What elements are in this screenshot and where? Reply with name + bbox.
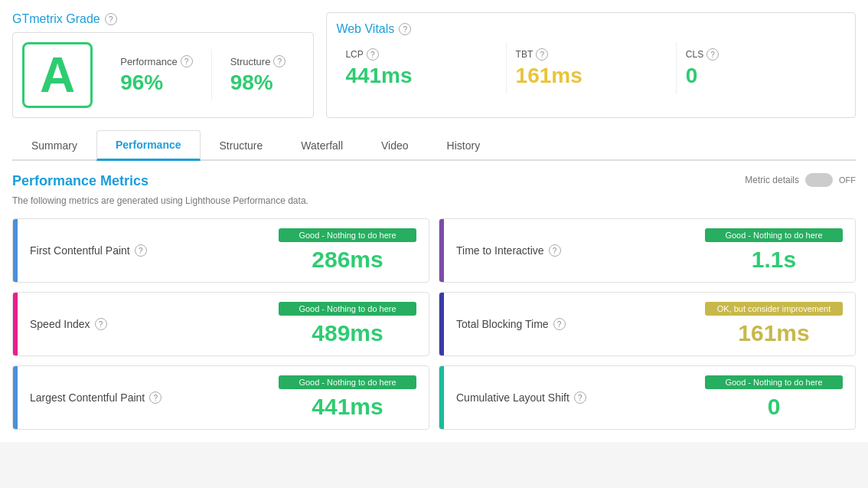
tbt-value: 161ms	[738, 320, 809, 346]
cls-help-icon[interactable]: ?	[706, 48, 719, 61]
si-help-icon[interactable]: ?	[95, 318, 107, 330]
vital-lcp-label: LCP ?	[345, 48, 496, 61]
tab-summary[interactable]: Summary	[12, 130, 96, 159]
top-section: GTmetrix Grade ? A Performance ? 96%	[12, 12, 856, 118]
metrics-grid: First Contentful Paint ? Good - Nothing …	[12, 218, 856, 430]
tbt-content: Total Blocking Time ? OK, but consider i…	[444, 293, 855, 355]
metric-card-fcp: First Contentful Paint ? Good - Nothing …	[12, 218, 429, 283]
grade-content: A Performance ? 96% Structure ?	[12, 32, 314, 118]
performance-section: Performance Metrics Metric details OFF T…	[12, 173, 856, 430]
cls-value: 0	[768, 394, 781, 419]
main-container: GTmetrix Grade ? A Performance ? 96%	[0, 0, 868, 442]
metric-details-label: Metric details	[745, 175, 799, 185]
tbt-help-icon[interactable]: ?	[536, 48, 548, 61]
metric-card-tti: Time to Interactive ? Good - Nothing to …	[439, 218, 856, 283]
perf-title-block: Performance Metrics	[12, 173, 148, 189]
structure-metric: Structure ? 98%	[211, 49, 305, 101]
si-badge: Good - Nothing to do here	[279, 302, 416, 316]
performance-label: Performance ?	[120, 55, 192, 67]
vital-tbt: TBT ? 161ms	[506, 42, 676, 94]
performance-help-icon[interactable]: ?	[181, 55, 193, 67]
fcp-name: First Contentful Paint ?	[30, 244, 147, 257]
perf-subtitle: The following metrics are generated usin…	[12, 195, 856, 206]
tbt-result: OK, but consider improvement 161ms	[705, 302, 843, 346]
grade-title-text: GTmetrix Grade	[12, 12, 100, 26]
lcp-content: Largest Contentful Paint ? Good - Nothin…	[18, 366, 429, 429]
lcp-value: 441ms	[312, 394, 383, 419]
lcp-name: Largest Contentful Paint ?	[30, 391, 162, 404]
lcp-badge: Good - Nothing to do here	[279, 375, 416, 389]
si-name: Speed Index ?	[30, 318, 107, 330]
si-content: Speed Index ? Good - Nothing to do here …	[18, 293, 429, 355]
si-result: Good - Nothing to do here 489ms	[279, 302, 416, 346]
vital-cls-value: 0	[686, 64, 837, 88]
tab-history[interactable]: History	[428, 130, 500, 159]
structure-label: Structure ?	[230, 55, 286, 67]
grade-section: GTmetrix Grade ? A Performance ? 96%	[12, 12, 314, 118]
tab-performance[interactable]: Performance	[96, 130, 201, 161]
performance-value: 96%	[120, 70, 192, 95]
metric-details-toggle: Metric details OFF	[745, 173, 856, 187]
grade-metrics: Performance ? 96% Structure ? 98%	[102, 49, 304, 101]
perf-title: Performance Metrics	[12, 173, 148, 189]
lcp-card-help-icon[interactable]: ?	[149, 391, 162, 404]
metric-card-si: Speed Index ? Good - Nothing to do here …	[12, 292, 429, 356]
tti-help-icon[interactable]: ?	[549, 244, 561, 257]
tbt-name: Total Blocking Time ?	[456, 318, 566, 330]
vital-tbt-label: TBT ?	[516, 48, 667, 61]
metric-card-lcp: Largest Contentful Paint ? Good - Nothin…	[12, 365, 429, 430]
fcp-badge: Good - Nothing to do here	[279, 228, 416, 242]
grade-title: GTmetrix Grade ?	[12, 12, 314, 26]
vital-tbt-value: 161ms	[516, 64, 667, 88]
tbt-help-icon[interactable]: ?	[553, 318, 566, 330]
metric-card-tbt: Total Blocking Time ? OK, but consider i…	[439, 292, 856, 356]
tbt-badge: OK, but consider improvement	[705, 302, 843, 316]
cls-content: Cumulative Layout Shift ? Good - Nothing…	[444, 366, 855, 429]
fcp-content: First Contentful Paint ? Good - Nothing …	[18, 219, 429, 282]
metric-card-cls: Cumulative Layout Shift ? Good - Nothing…	[439, 365, 856, 430]
vitals-section: Web Vitals ? LCP ? 441ms TBT ? 161ms	[326, 12, 856, 118]
cls-card-help-icon[interactable]: ?	[574, 391, 586, 404]
cls-result: Good - Nothing to do here 0	[705, 375, 843, 420]
perf-header: Performance Metrics Metric details OFF	[12, 173, 856, 189]
cls-badge: Good - Nothing to do here	[705, 375, 843, 389]
tabs-container: Summary Performance Structure Waterfall …	[12, 130, 856, 161]
tti-badge: Good - Nothing to do here	[705, 228, 843, 242]
fcp-help-icon[interactable]: ?	[135, 244, 147, 257]
toggle-off-label: OFF	[839, 175, 856, 185]
tti-value: 1.1s	[752, 247, 796, 272]
grade-letter-wrap: A	[22, 42, 93, 108]
vital-lcp-value: 441ms	[345, 64, 496, 88]
tab-waterfall[interactable]: Waterfall	[282, 130, 362, 159]
performance-metric: Performance ? 96%	[102, 49, 210, 101]
lcp-help-icon[interactable]: ?	[367, 48, 379, 61]
tti-result: Good - Nothing to do here 1.1s	[705, 228, 843, 273]
tab-video[interactable]: Video	[362, 130, 428, 159]
fcp-value: 286ms	[312, 247, 383, 272]
structure-value: 98%	[230, 70, 286, 95]
vital-cls: CLS ? 0	[676, 42, 846, 94]
vitals-help-icon[interactable]: ?	[399, 23, 411, 35]
tti-name: Time to Interactive ?	[456, 244, 561, 257]
si-value: 489ms	[312, 320, 383, 346]
tti-content: Time to Interactive ? Good - Nothing to …	[444, 219, 855, 282]
fcp-result: Good - Nothing to do here 286ms	[279, 228, 416, 273]
vital-cls-label: CLS ?	[686, 48, 837, 61]
cls-name: Cumulative Layout Shift ?	[456, 391, 586, 404]
structure-help-icon[interactable]: ?	[273, 55, 286, 67]
toggle-switch[interactable]	[805, 173, 833, 187]
grade-help-icon[interactable]: ?	[105, 13, 117, 25]
vitals-items: LCP ? 441ms TBT ? 161ms CLS ?	[336, 42, 846, 94]
tab-structure[interactable]: Structure	[201, 130, 282, 159]
grade-letter: A	[22, 42, 93, 108]
vital-lcp: LCP ? 441ms	[336, 42, 505, 94]
vitals-title: Web Vitals ?	[336, 22, 846, 36]
lcp-result: Good - Nothing to do here 441ms	[279, 375, 416, 420]
